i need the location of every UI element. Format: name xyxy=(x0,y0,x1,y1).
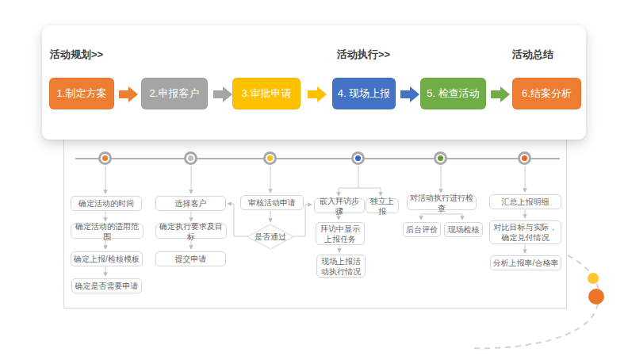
arrow-right-icon xyxy=(213,86,232,102)
phase-summary-label: 活动总结 xyxy=(512,48,553,62)
timeline-node-2 xyxy=(184,151,197,165)
timeline-dot-orange2 xyxy=(522,155,527,161)
decision-label: 是否通过 xyxy=(247,232,293,243)
flow-node: 对比目标与实际，确定兑付情况 xyxy=(489,220,561,244)
flow-node: 拜访中显示上报任务 xyxy=(316,222,365,245)
flow-node: 审核活动申请 xyxy=(240,195,304,210)
flow-node: 嵌入拜访步骤 xyxy=(314,198,365,213)
decor-dot-large xyxy=(588,289,604,305)
flow-node: 现场上报活动执行情况 xyxy=(316,255,366,278)
flow-node: 确定上报/检核模板 xyxy=(71,251,143,266)
process-diagram-page: 确定活动的时间 确定活动的适用范围 确定上报/检核模板 确定是否需要申请 选择客… xyxy=(0,0,628,364)
decor-dot-small xyxy=(588,273,599,284)
timeline-node-5 xyxy=(434,151,447,165)
step-6-closing-analysis: 6.结案分析 xyxy=(512,78,581,109)
process-steps-card: 活动规划>> 活动执行>> 活动总结 1.制定方案 2.申报客户 3.审批申请 … xyxy=(42,25,586,140)
flow-node: 选择客户 xyxy=(155,196,226,211)
step-1-make-plan: 1.制定方案 xyxy=(49,78,114,109)
flow-node: 确定是否需要申请 xyxy=(71,278,142,293)
step-3-approve-application: 3.审批申请 xyxy=(232,78,301,109)
phase-planning-label: 活动规划>> xyxy=(50,48,103,62)
timeline-node-3 xyxy=(263,151,277,165)
arrow-right-icon xyxy=(119,86,138,102)
arrow-right-icon xyxy=(491,86,510,102)
flow-node: 后台评价 xyxy=(403,222,441,237)
flow-node: 确定活动的时间 xyxy=(71,196,142,211)
timeline-dot-gray xyxy=(188,155,193,161)
timeline-dot-gold xyxy=(267,155,273,161)
flow-node: 汇总上报明细 xyxy=(489,194,561,209)
timeline-dot-green xyxy=(438,155,443,161)
flow-node: 分析上报率/合格率 xyxy=(490,255,561,270)
arrow-right-icon xyxy=(308,86,327,102)
flow-node: 对活动执行进行检查 xyxy=(407,195,477,210)
timeline-node-1 xyxy=(98,151,112,165)
flow-node: 现场检核 xyxy=(444,222,483,237)
timeline-dot-orange xyxy=(102,155,108,161)
step-5-check-activity: 5. 检查活动 xyxy=(420,78,486,109)
step-2-declare-customers: 2.申报客户 xyxy=(141,78,208,109)
step-4-onsite-report: 4. 现场上报 xyxy=(332,78,396,109)
timeline-dot-blue xyxy=(355,155,361,161)
flow-node: 确定活动的适用范围 xyxy=(71,224,144,239)
phase-execution-label: 活动执行>> xyxy=(337,48,390,62)
arrow-right-icon xyxy=(400,86,419,102)
timeline-node-4 xyxy=(351,151,365,165)
flow-node: 确定执行要求及目标 xyxy=(155,224,227,239)
timeline-line xyxy=(75,158,560,159)
timeline-node-6 xyxy=(518,151,531,165)
flow-node: 提交申请 xyxy=(155,251,226,266)
flow-node: 独立上报 xyxy=(366,198,399,213)
